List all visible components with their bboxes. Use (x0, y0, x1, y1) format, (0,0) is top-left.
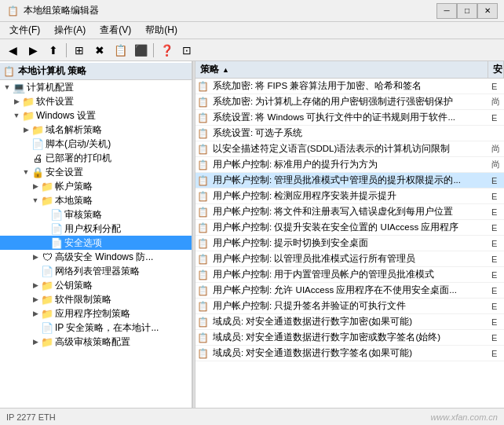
node-icon-local-policy: 📁 (41, 194, 53, 207)
node-label-audit-policy: 审核策略 (64, 208, 102, 222)
row-icon: 📋 (195, 96, 210, 108)
window-title: 本地组策略编辑器 (24, 4, 99, 17)
tree-node-audit-policy[interactable]: 📄 审核策略 (0, 207, 192, 222)
tree-node-advanced-audit[interactable]: ▶ 📁 高级审核策略配置 (0, 335, 192, 349)
node-icon-ip-security: 📄 (41, 321, 53, 334)
tree-node-local-policy[interactable]: ▼ 📁 本地策略 (0, 193, 192, 207)
export-button[interactable]: ⊡ (177, 42, 196, 59)
tree-node-printers[interactable]: 🖨 已部署的打印机 (0, 151, 192, 165)
tree-node-security-settings[interactable]: ▼ 🔒 安全设置 (0, 165, 192, 179)
status-bar: IP 2277 ETH www.xfan.com.cn (0, 408, 504, 425)
tree-node-windows-settings[interactable]: ▼ 📁 Windows 设置 (0, 108, 192, 123)
copy-button[interactable]: ⬛ (131, 42, 150, 59)
menu-view[interactable]: 查看(V) (93, 22, 137, 38)
row-setting: E (488, 301, 504, 312)
expand-icon: ▶ (11, 96, 22, 107)
tree-node-account-policy[interactable]: ▶ 📁 帐户策略 (0, 179, 192, 193)
node-icon-win-firewall: 🛡 (41, 251, 53, 263)
tree-node-app-control[interactable]: ▶ 📁 应用程序控制策略 (0, 306, 192, 321)
list-row[interactable]: 📋 用户帐户控制: 管理员批准模式中管理员的提升权限提示的... E (195, 173, 504, 189)
row-policy: 域成员: 对安全通道数据进行数字签名(如果可能) (210, 346, 488, 360)
help-button[interactable]: ❓ (157, 42, 176, 59)
node-icon-account-policy: 📁 (41, 180, 53, 192)
list-row[interactable]: 📋 用户帐户控制: 将文件和注册表写入错误虚化到每用户位置 E (195, 204, 504, 220)
list-row[interactable]: 📋 系统加密: 将 FIPS 兼容算法用于加密、哈希和签名 E (195, 79, 504, 94)
list-row[interactable]: 📋 用户帐户控制: 标准用户的提升行为方为 尚 (195, 157, 504, 173)
row-icon: 📋 (195, 206, 210, 218)
tree-panel[interactable]: 📋 本地计算机 策略 ▼ 💻 计算机配置 ▶ 📁 软件设置 ▼ 📁 Window… (0, 61, 192, 408)
back-button[interactable]: ◀ (3, 42, 22, 59)
row-policy: 用户帐户控制: 将文件和注册表写入错误虚化到每用户位置 (210, 205, 488, 218)
row-setting: E (488, 175, 504, 186)
tree-node-pubkey[interactable]: ▶ 📁 公钥策略 (0, 278, 192, 292)
node-icon-pubkey: 📁 (41, 279, 53, 291)
row-setting: E (488, 332, 504, 343)
tree-node-computer-config[interactable]: ▼ 💻 计算机配置 (0, 80, 192, 94)
tree-node-ip-security[interactable]: 📄 IP 安全策略，在本地计... (0, 321, 192, 335)
col-header-setting: 安 (488, 61, 504, 78)
list-panel[interactable]: 策略 ▲ 安 📋 系统加密: 将 FIPS 兼容算法用于加密、哈希和签名 E 📋… (195, 61, 504, 408)
row-policy: 用户帐户控制: 标准用户的提升行为方为 (210, 158, 488, 171)
node-label-scripts: 脚本(启动/关机) (46, 137, 111, 151)
expand-spacer (39, 223, 50, 234)
node-label-local-policy: 本地策略 (55, 194, 93, 207)
list-row[interactable]: 📋 用户帐户控制: 提示时切换到安全桌面 E (195, 236, 504, 251)
node-icon-sw-restriction: 📁 (41, 293, 53, 306)
close-button[interactable]: ✕ (477, 3, 498, 19)
list-row[interactable]: 📋 域成员: 对安全通道数据进行数字签名(如果可能) E (195, 346, 504, 361)
list-row[interactable]: 📋 用户帐户控制: 用于内置管理员帐户的管理员批准模式 E (195, 267, 504, 283)
properties-button[interactable]: 📋 (111, 42, 130, 59)
tree-node-win-firewall[interactable]: ▶ 🛡 高级安全 Windows 防... (0, 250, 192, 264)
tree-node-netlist-mgr[interactable]: 📄 网络列表管理器策略 (0, 264, 192, 278)
tree-node-software-settings[interactable]: ▶ 📁 软件设置 (0, 94, 192, 108)
node-label-netlist-mgr: 网络列表管理器策略 (55, 265, 140, 278)
menu-file[interactable]: 文件(F) (3, 22, 46, 38)
list-row[interactable]: 📋 系统设置: 将 Windows 可执行文件中的证书规则用于软件... E (195, 110, 504, 126)
delete-button[interactable]: ✖ (90, 42, 109, 59)
node-icon-scripts: 📄 (31, 137, 44, 150)
up-button[interactable]: ⬆ (44, 42, 63, 59)
node-label-ip-security: IP 安全策略，在本地计... (55, 321, 159, 335)
tree-container: ▼ 💻 计算机配置 ▶ 📁 软件设置 ▼ 📁 Windows 设置 ▶ 📁 域名… (0, 80, 192, 349)
tree-node-scripts[interactable]: 📄 脚本(启动/关机) (0, 137, 192, 151)
menu-action[interactable]: 操作(A) (48, 22, 92, 38)
list-row[interactable]: 📋 用户帐户控制: 仅提升安装在安全位置的 UIAccess 应用程序 E (195, 220, 504, 236)
row-icon: 📋 (195, 174, 210, 187)
row-setting: E (488, 285, 504, 296)
menu-help[interactable]: 帮助(H) (139, 22, 184, 38)
node-icon-dns-policy: 📁 (31, 123, 44, 136)
list-row[interactable]: 📋 用户帐户控制: 检测应用程序安装并提示提升 E (195, 189, 504, 204)
row-setting: 尚 (488, 95, 504, 108)
list-row[interactable]: 📋 用户帐户控制: 只提升签名并验证的可执行文件 E (195, 299, 504, 314)
row-icon: 📋 (195, 332, 210, 344)
row-setting: E (488, 191, 504, 202)
tree-node-user-rights[interactable]: 📄 用户权利分配 (0, 222, 192, 236)
forward-button[interactable]: ▶ (24, 42, 42, 59)
list-row[interactable]: 📋 域成员: 对安全通道数据进行数字加密(如果可能) E (195, 314, 504, 330)
tree-node-sw-restriction[interactable]: ▶ 📁 软件限制策略 (0, 292, 192, 306)
list-row[interactable]: 📋 用户帐户控制: 以管理员批准模式运行所有管理员 E (195, 251, 504, 267)
node-label-windows-settings: Windows 设置 (36, 109, 96, 123)
view-button[interactable]: ⊞ (70, 42, 89, 59)
list-row[interactable]: 📋 系统加密: 为计算机上存储的用户密钥强制进行强密钥保护 尚 (195, 94, 504, 110)
list-row[interactable]: 📋 系统设置: 可选子系统 (195, 126, 504, 141)
app-icon: 📋 (6, 5, 19, 17)
tree-node-dns-policy[interactable]: ▶ 📁 域名解析策略 (0, 123, 192, 137)
row-icon: 📋 (195, 316, 210, 328)
expand-spacer (20, 138, 31, 149)
list-container: 📋 系统加密: 将 FIPS 兼容算法用于加密、哈希和签名 E 📋 系统加密: … (195, 79, 504, 361)
row-icon: 📋 (195, 300, 210, 313)
expand-icon: ▶ (30, 336, 41, 347)
maximize-button[interactable]: □ (457, 3, 477, 19)
window-controls: ─ □ ✕ (436, 3, 498, 19)
row-policy: 系统加密: 将 FIPS 兼容算法用于加密、哈希和签名 (210, 79, 488, 93)
watermark: www.xfan.com.cn (430, 412, 498, 422)
sort-icon: ▲ (222, 66, 229, 74)
row-setting: E (488, 348, 504, 359)
tree-node-security-options[interactable]: 📄 安全选项 (0, 236, 192, 250)
node-icon-windows-settings: 📁 (22, 109, 35, 122)
list-row[interactable]: 📋 域成员: 对安全通道数据进行数字加密或数字签名(始终) E (195, 330, 504, 346)
list-row[interactable]: 📋 以安全描述符定义语言(SDDL)语法表示的计算机访问限制 尚 (195, 141, 504, 157)
list-row[interactable]: 📋 用户帐户控制: 允许 UIAccess 应用程序在不使用安全桌面... E (195, 283, 504, 299)
minimize-button[interactable]: ─ (436, 3, 457, 19)
